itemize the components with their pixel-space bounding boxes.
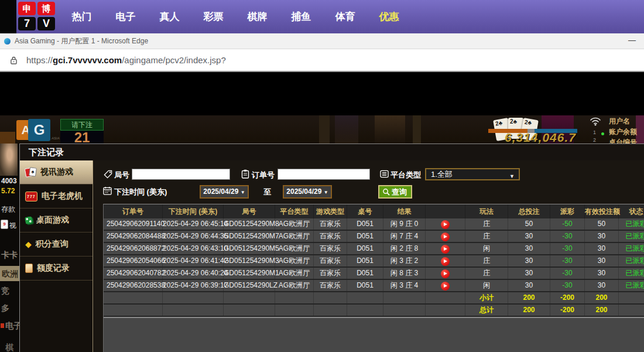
nav-item-0[interactable]: 热门 bbox=[60, 10, 104, 23]
search-button[interactable]: 查询 bbox=[378, 185, 412, 199]
play-video-button[interactable] bbox=[441, 220, 450, 229]
slot-machine-shape bbox=[375, 115, 405, 143]
cell-time: 2025-04-29 06:39:17 bbox=[163, 280, 224, 291]
table-header-row: 订单号下注时间 (美东)局号平台类型游戏类型桌号结果玩法总投注派彩有效投注额状态 bbox=[104, 204, 644, 218]
cell-platform: AG欧洲厅 bbox=[275, 255, 314, 266]
sidebar-item-label: 桌面游戏 bbox=[36, 215, 69, 225]
grand-total-row-cell-3 bbox=[275, 305, 314, 316]
cell-game: 百家乐 bbox=[314, 280, 347, 291]
date-from-picker[interactable]: 2025/04/29 ▼ bbox=[200, 185, 249, 199]
url-scheme: https:// bbox=[26, 55, 53, 65]
bet-records-modal: 下注记录 ♠视讯游戏777电子老虎机桌面游戏◆积分查询额度记录 局号 订单号 平… bbox=[19, 143, 644, 352]
slot-machine-shape bbox=[0, 132, 15, 143]
cell-side: 庄 bbox=[465, 218, 508, 230]
round-label: 局号 bbox=[114, 170, 129, 180]
cell--play bbox=[426, 218, 465, 230]
sidebar-item-4[interactable]: 额度记录 bbox=[20, 257, 93, 281]
nav-menu: 热门电子真人彩票棋牌捕鱼体育优惠 bbox=[60, 0, 411, 33]
sidebar-tab-jing[interactable]: 竞 bbox=[1, 286, 9, 296]
grand-total-row-cell-0 bbox=[104, 305, 163, 316]
sidebar-tab-duo[interactable]: 多 bbox=[1, 303, 9, 314]
logo-tile: 7 bbox=[18, 17, 36, 30]
grand-total-row-cell-10: -200 bbox=[550, 305, 585, 316]
play-video-button[interactable] bbox=[441, 269, 450, 278]
search-button-label: 查询 bbox=[392, 187, 407, 197]
cell-table-no: D051 bbox=[347, 243, 383, 254]
address-bar[interactable]: https://gci.7vvvvvv.com/agingame/pcv2/in… bbox=[0, 49, 644, 72]
cell-game: 百家乐 bbox=[314, 218, 347, 230]
col-header-6: 结果 bbox=[383, 204, 426, 218]
countdown-timer: 21 bbox=[60, 131, 104, 143]
cell-order-id: 250429062068872 bbox=[104, 243, 163, 254]
play-icon bbox=[444, 223, 447, 226]
cell-time: 2025-04-29 06:44:35 bbox=[163, 231, 224, 242]
modal-title: 下注记录 bbox=[29, 147, 64, 158]
calendar-icon bbox=[103, 186, 112, 197]
sidebar-item-label: 视讯游戏 bbox=[40, 167, 73, 177]
nav-item-2[interactable]: 真人 bbox=[148, 10, 191, 23]
modal-header: 下注记录 bbox=[20, 144, 644, 161]
sidebar-tab-slots[interactable]: 电子 bbox=[5, 321, 19, 332]
subtotal-row-cell-10: -200 bbox=[550, 292, 585, 303]
cell-total: 50 bbox=[508, 218, 550, 230]
cell-time: 2025-04-29 06:45:14 bbox=[163, 218, 224, 230]
nav-item-7[interactable]: 优惠 bbox=[367, 10, 411, 23]
subtotal-row-cell-7 bbox=[426, 292, 465, 303]
cell-payout: -30 bbox=[550, 231, 585, 242]
subtotal-row: 小计200-200200 bbox=[104, 292, 644, 305]
game-background: A G ASIA GAMING 请下注 21 2♣ 2♣ 2♣ 6,314,04… bbox=[0, 115, 644, 143]
sidebar-item-2[interactable]: 桌面游戏 bbox=[20, 209, 93, 233]
cell-side: 庄 bbox=[465, 268, 508, 279]
cell-platform: AG欧洲厅 bbox=[275, 268, 314, 279]
col-header-10: 派彩 bbox=[550, 204, 585, 218]
grand-total-row-cell-6 bbox=[383, 305, 426, 316]
play-video-button[interactable] bbox=[441, 233, 450, 241]
minimize-button[interactable]: — bbox=[624, 35, 640, 46]
play-video-button[interactable] bbox=[441, 257, 450, 266]
url-path: /agingame/pcv2/index.jsp? bbox=[122, 55, 226, 65]
cell--play bbox=[426, 231, 465, 242]
cell-valid: 50 bbox=[585, 218, 619, 230]
order-input[interactable] bbox=[278, 169, 370, 180]
grand-total-row-cell-4 bbox=[314, 305, 347, 316]
subtotal-row-cell-8: 小计 bbox=[465, 292, 508, 303]
nav-item-4[interactable]: 棋牌 bbox=[235, 10, 279, 23]
play-video-button[interactable] bbox=[441, 282, 450, 291]
col-header-7 bbox=[426, 204, 465, 218]
nav-item-6[interactable]: 体育 bbox=[323, 10, 367, 23]
table-empty-area bbox=[104, 317, 644, 352]
sidebar-tab-kaka[interactable]: 卡卡 bbox=[1, 250, 18, 261]
site-nav: 申 博 7 V 热门电子真人彩票棋牌捕鱼体育优惠 bbox=[0, 0, 644, 33]
cell-payout: -30 bbox=[550, 255, 585, 266]
nav-item-1[interactable]: 电子 bbox=[104, 10, 148, 23]
cell--play bbox=[426, 243, 465, 254]
sidebar-tab-europe[interactable]: 欧洲 bbox=[0, 266, 19, 281]
sidebar-tab-chess[interactable]: 棋 bbox=[5, 343, 13, 352]
play-video-button[interactable] bbox=[441, 245, 450, 254]
site-logo[interactable]: 申 博 7 V bbox=[18, 2, 55, 30]
cell-total: 30 bbox=[508, 255, 550, 266]
deposit-button[interactable]: 存款 bbox=[1, 204, 15, 214]
nav-corner bbox=[0, 0, 16, 33]
url-text[interactable]: https://gci.7vvvvvv.com/agingame/pcv2/in… bbox=[26, 55, 226, 65]
table-row: 2504290620688722025-04-29 06:43:10GD0512… bbox=[104, 243, 644, 255]
round-input[interactable] bbox=[132, 169, 230, 180]
sidebar-item-1[interactable]: 777电子老虎机 bbox=[20, 184, 93, 209]
cell-order-id: 250429062054066 bbox=[104, 255, 163, 266]
platform-select[interactable]: 1.全部 ▼ bbox=[425, 168, 520, 180]
cell--play bbox=[426, 280, 465, 291]
subtotal-row-cell-3 bbox=[275, 292, 314, 303]
modal-body: 局号 订单号 平台类型 1.全部 ▼ 下注时间 (美东) 2025/04/29 … bbox=[93, 160, 644, 352]
video-tab-label[interactable]: 视 bbox=[9, 221, 16, 231]
ag-logo-g: G bbox=[28, 119, 50, 141]
avatar[interactable] bbox=[0, 143, 18, 176]
lock-icon[interactable] bbox=[10, 56, 18, 65]
cell-result: 闲 3 庄 4 bbox=[383, 280, 426, 291]
grand-total-row-cell-12 bbox=[619, 305, 644, 316]
slots-tab-icon bbox=[1, 323, 4, 328]
nav-item-3[interactable]: 彩票 bbox=[191, 10, 235, 23]
date-to-picker[interactable]: 2025/04/29 ▼ bbox=[283, 185, 332, 199]
sidebar-item-3[interactable]: ◆积分查询 bbox=[20, 233, 93, 257]
nav-item-5[interactable]: 捕鱼 bbox=[279, 10, 323, 23]
sidebar-item-0[interactable]: ♠视讯游戏 bbox=[20, 160, 93, 184]
